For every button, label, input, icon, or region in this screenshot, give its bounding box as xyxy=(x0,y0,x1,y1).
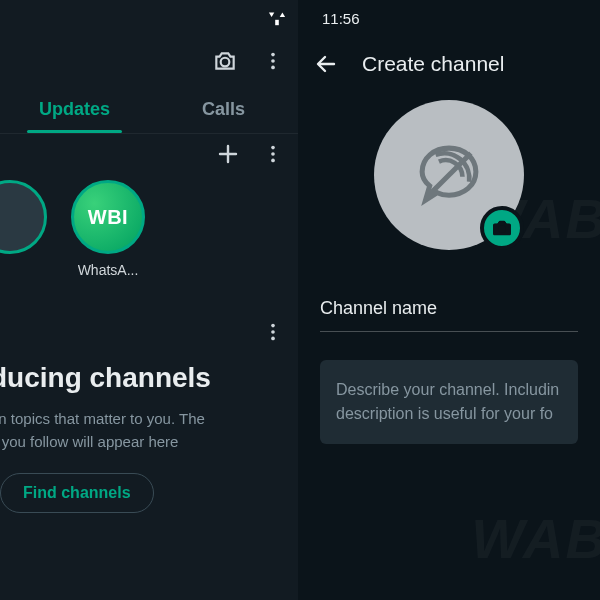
status-bar-left xyxy=(0,0,298,36)
status-label: WhatsA... xyxy=(78,262,139,278)
create-channel-screen: WAB WAB 11:56 Create channel xyxy=(298,0,600,600)
tab-bar: Updates Calls xyxy=(0,86,298,134)
status-section: WBI WhatsA... xyxy=(0,134,298,282)
back-icon[interactable] xyxy=(314,52,338,76)
status-badge-text: WBI xyxy=(88,206,128,229)
channels-more-icon[interactable] xyxy=(262,320,284,344)
status-more-icon[interactable] xyxy=(262,142,284,166)
tab-updates[interactable]: Updates xyxy=(0,86,149,133)
channel-avatar-zone xyxy=(298,100,600,250)
page-title: Create channel xyxy=(362,52,504,76)
camera-icon[interactable] xyxy=(212,48,238,74)
svg-point-5 xyxy=(271,152,275,156)
channel-description-placeholder: Describe your channel. Includin descript… xyxy=(336,378,562,426)
svg-point-4 xyxy=(271,146,275,150)
status-list: WBI WhatsA... xyxy=(0,180,290,278)
channel-name-field[interactable]: Channel name xyxy=(320,298,578,332)
app-bar: Create channel xyxy=(298,36,600,92)
svg-point-8 xyxy=(271,330,275,334)
updates-screen: Updates Calls WBI xyxy=(0,0,298,600)
more-icon[interactable] xyxy=(262,48,284,74)
clock-text: 11:56 xyxy=(322,10,360,27)
channel-name-label: Channel name xyxy=(320,298,578,319)
channels-description: on topics that matter to you. The s you … xyxy=(0,408,278,453)
status-item[interactable] xyxy=(0,180,52,278)
channel-placeholder-icon xyxy=(407,133,491,217)
channel-description-field[interactable]: Describe your channel. Includin descript… xyxy=(320,360,578,444)
add-status-icon[interactable] xyxy=(216,142,240,166)
svg-point-7 xyxy=(271,324,275,328)
status-item[interactable]: WBI WhatsA... xyxy=(66,180,150,278)
add-photo-button[interactable] xyxy=(480,206,524,250)
channels-title: ducing channels xyxy=(0,362,278,394)
network-icon xyxy=(266,9,288,27)
find-channels-button[interactable]: Find channels xyxy=(0,473,154,513)
svg-point-2 xyxy=(271,59,275,63)
tab-label: Updates xyxy=(39,99,110,120)
watermark: WAB xyxy=(471,506,600,571)
tab-label: Calls xyxy=(202,99,245,120)
svg-point-1 xyxy=(271,53,275,57)
status-avatar: WBI xyxy=(71,180,145,254)
toolbar xyxy=(0,36,298,86)
svg-point-9 xyxy=(271,337,275,341)
svg-point-3 xyxy=(271,66,275,70)
svg-point-6 xyxy=(271,159,275,163)
tab-calls[interactable]: Calls xyxy=(149,86,298,133)
find-channels-label: Find channels xyxy=(23,484,131,502)
status-bar-right: 11:56 xyxy=(298,0,600,36)
status-avatar xyxy=(0,180,47,254)
svg-point-0 xyxy=(221,58,230,67)
channels-intro-card: ducing channels on topics that matter to… xyxy=(0,318,298,533)
channel-avatar-placeholder[interactable] xyxy=(374,100,524,250)
